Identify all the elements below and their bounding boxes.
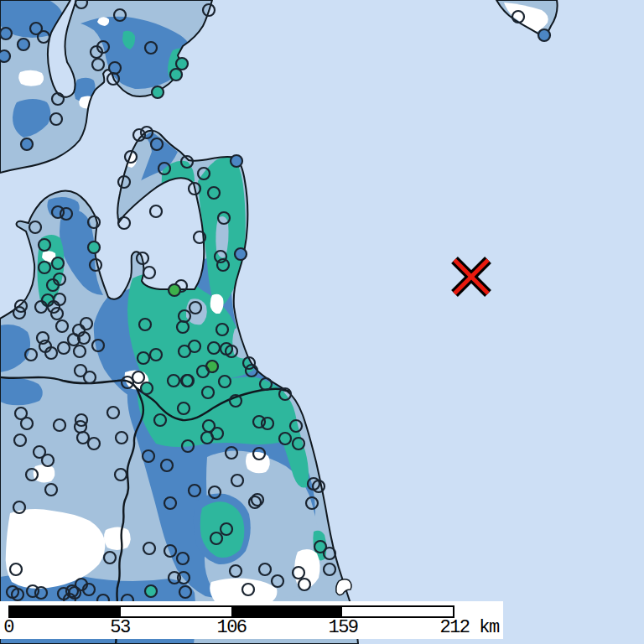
scale-bar-track [8, 605, 454, 618]
intensity-map-canvas [0, 0, 644, 644]
station-marker [145, 585, 157, 597]
scale-bar-segment [231, 607, 342, 616]
station-marker [169, 284, 180, 296]
scalebar-tick-label: 0 [3, 618, 13, 638]
station-marker [21, 138, 33, 150]
station-marker [18, 39, 29, 50]
station-marker [170, 69, 182, 80]
station-marker [152, 86, 164, 98]
scalebar-tick-label: 106 [216, 618, 246, 638]
station-marker [139, 319, 151, 330]
scale-bar-segment [10, 607, 121, 616]
station-marker [141, 382, 153, 394]
station-marker [109, 62, 121, 74]
scale-bar-segment [342, 607, 453, 616]
scalebar-tick-label: 53 [110, 618, 129, 638]
station-marker [231, 155, 242, 167]
station-marker [0, 28, 12, 39]
station-marker [538, 29, 550, 41]
scalebar-tick-label: 159 [328, 618, 357, 638]
map-viewport: 0 53 106 159 212 km [0, 0, 644, 644]
station-marker [235, 248, 247, 260]
scalebar-unit-label: km [479, 618, 498, 638]
station-marker [176, 58, 188, 70]
scale-bar: 0 53 106 159 212 km [0, 601, 503, 639]
station-marker [0, 50, 10, 62]
scalebar-tick-label: 212 [439, 618, 469, 638]
station-marker [88, 242, 100, 253]
scale-bar-segment [121, 607, 231, 616]
